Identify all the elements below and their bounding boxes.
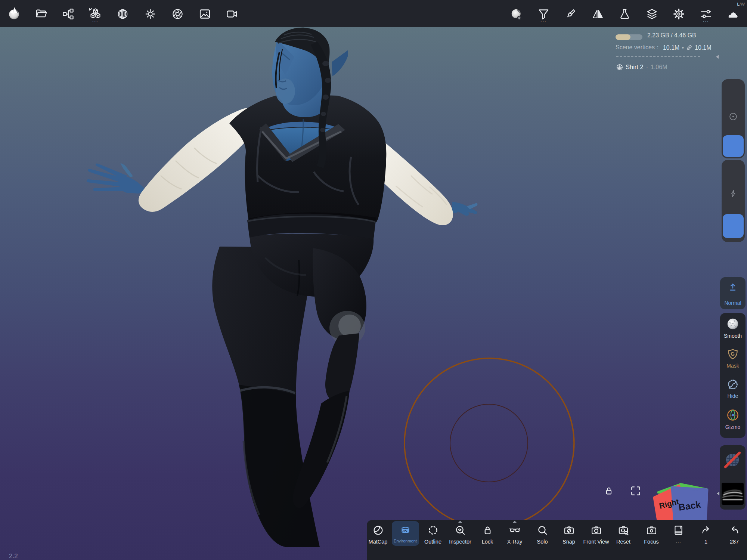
memory-usage-text: 2.23 GB / 4.46 GB	[647, 32, 696, 39]
paint-brush-icon	[564, 8, 577, 20]
tool-smooth-label: Smooth	[724, 333, 742, 339]
cloud-clay-button[interactable]	[725, 6, 741, 22]
camera-lock-icon[interactable]	[604, 486, 614, 496]
radius-slider-handle[interactable]	[723, 135, 744, 157]
bottom-toolbar: MatCap Environment Outline Inspector Loc…	[367, 520, 747, 560]
reset-camera-icon	[618, 525, 629, 536]
intensity-slider[interactable]	[722, 160, 745, 242]
memory-progress-fill	[616, 34, 630, 40]
interface-more-dots: ···	[698, 19, 714, 24]
inspector-icon	[455, 525, 466, 536]
tool-mask-label: Mask	[726, 363, 739, 369]
character-model[interactable]	[0, 27, 747, 560]
scene-vertices-label: Scene vertices：	[616, 44, 661, 52]
wire-sphere-icon	[117, 8, 129, 20]
xray-glasses-icon	[509, 525, 521, 536]
material-button[interactable]	[508, 6, 524, 22]
fullscreen-icon[interactable]	[630, 485, 642, 497]
layers-icon	[646, 8, 658, 20]
tool-hide[interactable]: Hide	[720, 378, 746, 399]
mirror-icon	[592, 8, 604, 20]
aperture-icon	[171, 8, 184, 20]
tool-smooth[interactable]: Smooth	[720, 317, 746, 339]
video-camera-icon	[226, 8, 238, 20]
bottombar-item-undo[interactable]: 287	[716, 525, 747, 545]
camera-video-button[interactable]	[224, 6, 240, 22]
top-toolbar: ···	[0, 0, 747, 27]
stats-divider	[616, 56, 700, 57]
gizmo-icon	[726, 408, 740, 422]
flask-icon	[619, 8, 631, 20]
snap-camera-icon	[563, 525, 575, 536]
intensity-icon	[728, 188, 738, 199]
xray-caret-icon	[513, 521, 517, 523]
radius-icon	[728, 111, 738, 122]
folder-icon	[35, 8, 47, 20]
mesh-ball-icon	[616, 64, 623, 71]
radius-slider[interactable]	[722, 79, 745, 158]
outline-icon	[427, 525, 439, 536]
lock-icon	[482, 525, 493, 536]
node-graph-icon	[62, 8, 74, 20]
collapse-sym-arrow[interactable]	[716, 55, 719, 59]
brush-alpha-thumbnail[interactable]	[722, 483, 744, 505]
tool-stack-panel: Smooth Mask Hide Gizmo	[720, 313, 746, 438]
tool-hide-label: Hide	[728, 393, 738, 399]
hide-dotted-icon	[726, 378, 740, 391]
files-button[interactable]	[33, 6, 49, 22]
brush-radius-circle	[405, 358, 574, 528]
tool-gizmo-label: Gizmo	[725, 424, 740, 430]
environment-icon	[400, 525, 411, 536]
layers-button[interactable]	[644, 6, 660, 22]
sun-icon	[144, 8, 156, 20]
image-export-button[interactable]	[196, 6, 213, 22]
undo-arrow-icon	[729, 525, 740, 536]
filter-more-dots: ···	[535, 19, 552, 24]
collapse-brush-arrow[interactable]	[717, 492, 719, 495]
brush-preview-panel	[720, 445, 746, 510]
front-view-camera-icon	[591, 525, 602, 536]
tool-gizmo[interactable]: Gizmo	[720, 408, 746, 430]
solo-magnifier-icon	[537, 525, 548, 536]
gear-icon	[673, 8, 685, 20]
normal-arrow-icon	[728, 282, 738, 293]
funnel-icon	[537, 8, 550, 20]
tune-sliders-icon	[700, 8, 712, 20]
post-process-button[interactable]	[169, 6, 186, 22]
memory-progress-bar	[616, 34, 642, 40]
selected-object-row[interactable]: Shirt 2 · 1.06M	[616, 64, 667, 71]
wireframe-toggle-icon[interactable]	[722, 449, 743, 471]
image-icon	[199, 8, 211, 20]
stress-test-button[interactable]	[616, 6, 633, 22]
mask-shield-icon	[726, 347, 739, 361]
sym-mirror-icon	[9, 5, 19, 15]
topology-more-dots: ···	[87, 19, 103, 24]
matcap-sphere-icon	[510, 8, 523, 20]
selected-object-count: 1.06M	[651, 64, 667, 71]
focus-camera-icon	[646, 525, 657, 536]
tool-normal-label: Normal	[720, 300, 746, 306]
brush-falloff-circle	[450, 404, 528, 482]
intensity-slider-handle[interactable]	[723, 214, 744, 238]
sculpt-character	[87, 28, 478, 547]
object-separator: ·	[646, 64, 648, 71]
vertices-separator: •	[682, 44, 684, 51]
tool-mask[interactable]: Mask	[720, 347, 746, 369]
viewport-3d[interactable]: Right Back 2.2	[0, 27, 747, 560]
sym-mode-badge: L/W	[737, 2, 745, 6]
linked-vertices-value: 10.1M	[695, 44, 711, 51]
mesh-primitive-button[interactable]	[114, 6, 131, 22]
inspector-caret-icon	[458, 521, 462, 523]
tool-normal[interactable]: Normal	[720, 277, 746, 309]
link-icon	[686, 44, 692, 51]
symmetry-button[interactable]	[589, 6, 606, 22]
voxel-cubes-icon	[89, 8, 102, 20]
settings-button[interactable]	[670, 6, 687, 22]
lighting-button[interactable]	[142, 6, 158, 22]
scene-graph-button[interactable]	[60, 6, 76, 22]
clay-blob-icon	[727, 8, 739, 20]
paint-button[interactable]	[562, 6, 579, 22]
selected-object-name: Shirt 2	[626, 64, 644, 71]
matcap-icon	[372, 525, 384, 536]
scene-vertices-row: Scene vertices： 10.1M • 10.1M	[616, 44, 711, 52]
